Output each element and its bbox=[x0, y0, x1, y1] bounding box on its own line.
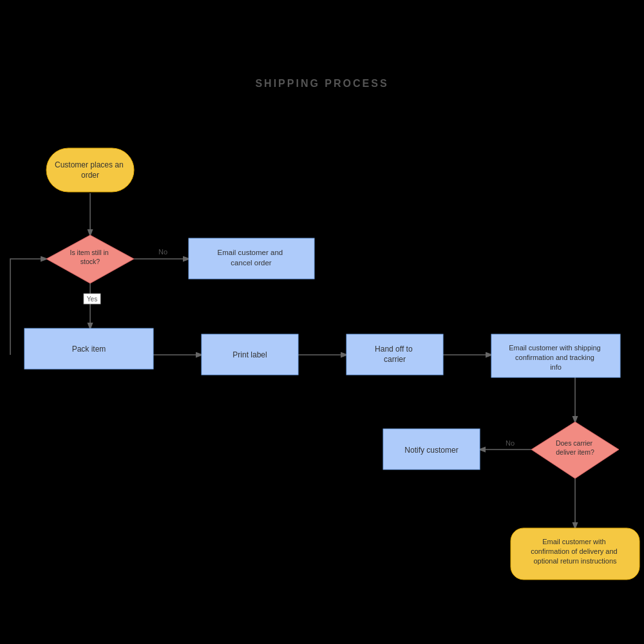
node-notify-label: Notify customer bbox=[404, 446, 458, 455]
flowchart-svg: SHIPPING PROCESS Custome bbox=[0, 0, 644, 644]
page-title: SHIPPING PROCESS bbox=[255, 78, 388, 89]
node-emaildelivery-label: Email customer with confirmation of deli… bbox=[531, 538, 620, 565]
node-pack-label: Pack item bbox=[72, 345, 106, 354]
node-print-label: Print label bbox=[232, 350, 267, 359]
node-start bbox=[46, 148, 134, 192]
label-no-cancel: No bbox=[158, 248, 167, 256]
flowchart-canvas: SHIPPING PROCESS Custome bbox=[0, 0, 644, 644]
label-no-notify: No bbox=[506, 439, 515, 447]
label-yes-pack: Yes bbox=[87, 296, 97, 303]
